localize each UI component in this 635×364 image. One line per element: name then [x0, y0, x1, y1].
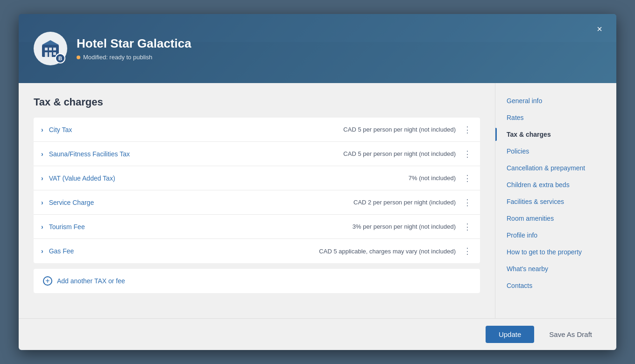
- chevron-icon[interactable]: ›: [41, 199, 43, 206]
- more-options-button[interactable]: ⋮: [461, 197, 473, 208]
- more-options-button[interactable]: ⋮: [461, 173, 473, 184]
- more-options-button[interactable]: ⋮: [461, 124, 473, 135]
- tax-list: › City Tax CAD 5 per person per night (n…: [34, 118, 480, 263]
- chevron-icon[interactable]: ›: [41, 247, 43, 255]
- tax-name[interactable]: Gas Fee: [49, 247, 319, 255]
- chevron-icon[interactable]: ›: [41, 223, 43, 231]
- status-dot: [77, 56, 80, 59]
- svg-rect-2: [49, 48, 52, 50]
- sidebar-item-whats-nearby[interactable]: What's nearby: [495, 260, 616, 277]
- tax-value: CAD 5 applicable, charges may vary (not …: [319, 248, 456, 255]
- tax-item: › Tourism Fee 3% per person per night (n…: [34, 215, 480, 239]
- sidebar-item-tax-charges[interactable]: Tax & charges: [495, 126, 616, 143]
- tax-value: 7% (not included): [409, 175, 456, 182]
- chevron-icon[interactable]: ›: [41, 126, 43, 133]
- tax-item: › VAT (Value Added Tax) 7% (not included…: [34, 166, 480, 190]
- sidebar-item-general-info[interactable]: General info: [495, 92, 616, 109]
- svg-marker-7: [42, 40, 59, 45]
- svg-rect-1: [45, 48, 48, 50]
- page-title: Tax & charges: [34, 96, 480, 108]
- sidebar-nav: General infoRatesTax & chargesPoliciesCa…: [495, 83, 616, 318]
- close-button[interactable]: ×: [592, 21, 607, 36]
- svg-rect-4: [45, 52, 48, 57]
- status-text: Modified: ready to publish: [83, 54, 152, 61]
- tax-name[interactable]: Tourism Fee: [49, 223, 353, 231]
- svg-rect-3: [53, 48, 56, 50]
- tax-value: CAD 5 per person per night (not included…: [343, 126, 456, 133]
- tax-name[interactable]: Sauna/Fitness Facilities Tax: [49, 150, 344, 158]
- sidebar-item-profile-info[interactable]: Profile info: [495, 227, 616, 244]
- chevron-icon[interactable]: ›: [41, 150, 43, 158]
- tax-name[interactable]: VAT (Value Added Tax): [49, 175, 409, 182]
- tax-name[interactable]: City Tax: [49, 126, 344, 133]
- tax-item: › Sauna/Fitness Facilities Tax CAD 5 per…: [34, 142, 480, 166]
- add-tax-label: Add another TAX or fee: [57, 277, 125, 285]
- tax-name[interactable]: Service Charge: [49, 199, 353, 206]
- tax-item: › Gas Fee CAD 5 applicable, charges may …: [34, 239, 480, 263]
- tax-item: › Service Charge CAD 2 per person per ni…: [34, 190, 480, 215]
- sidebar-item-facilities[interactable]: Facilities & services: [495, 193, 616, 210]
- sidebar-item-contacts[interactable]: Contacts: [495, 277, 616, 294]
- more-options-button[interactable]: ⋮: [461, 148, 473, 160]
- logo-badge: B: [55, 53, 65, 63]
- sidebar-item-rates[interactable]: Rates: [495, 109, 616, 126]
- hotel-name: Hotel Star Galactica: [77, 36, 191, 51]
- add-tax-button[interactable]: + Add another TAX or fee: [34, 269, 480, 293]
- hotel-status: Modified: ready to publish: [77, 54, 191, 61]
- add-icon: +: [43, 276, 52, 286]
- sidebar-item-children[interactable]: Children & extra beds: [495, 176, 616, 193]
- sidebar-item-room-amenities[interactable]: Room amenities: [495, 210, 616, 227]
- main-content: Tax & charges › City Tax CAD 5 per perso…: [19, 83, 495, 318]
- sidebar-item-cancellation[interactable]: Cancellation & prepayment: [495, 160, 616, 176]
- hotel-info: Hotel Star Galactica Modified: ready to …: [77, 36, 191, 61]
- sidebar-item-how-to-get[interactable]: How to get to the property: [495, 244, 616, 260]
- modal-footer: Update Save As Draft: [19, 318, 616, 350]
- modal-body: Tax & charges › City Tax CAD 5 per perso…: [19, 83, 616, 318]
- sidebar-item-policies[interactable]: Policies: [495, 143, 616, 160]
- modal-content: B Hotel Star Galactica Modified: ready t…: [19, 14, 616, 350]
- more-options-button[interactable]: ⋮: [461, 245, 473, 257]
- more-options-button[interactable]: ⋮: [461, 221, 473, 232]
- tax-value: CAD 2 per person per night (included): [353, 199, 456, 206]
- hotel-logo: B: [34, 32, 67, 65]
- update-button[interactable]: Update: [486, 326, 534, 343]
- modal-header: B Hotel Star Galactica Modified: ready t…: [19, 14, 616, 83]
- save-draft-button[interactable]: Save As Draft: [540, 326, 601, 343]
- chevron-icon[interactable]: ›: [41, 175, 43, 182]
- tax-value: CAD 5 per person per night (not included…: [343, 150, 456, 157]
- tax-item: › City Tax CAD 5 per person per night (n…: [34, 118, 480, 142]
- modal-overlay: B Hotel Star Galactica Modified: ready t…: [19, 14, 616, 350]
- svg-rect-6: [53, 52, 56, 55]
- tax-value: 3% per person per night (not included): [353, 223, 456, 230]
- svg-rect-5: [49, 52, 52, 57]
